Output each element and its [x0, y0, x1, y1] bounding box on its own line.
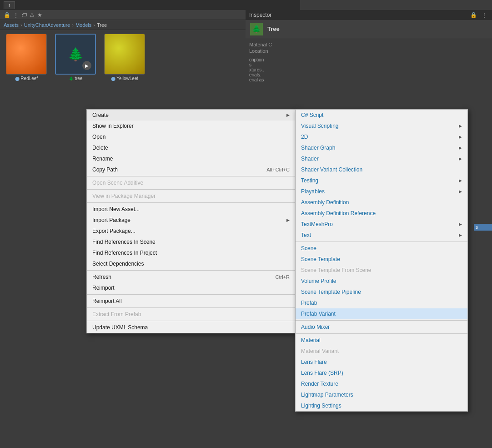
submenu-item-scene-template-from-scene: Scene Template From Scene: [296, 265, 467, 276]
submenu-separator-2: [296, 320, 467, 321]
scene-template-from-scene-label: Scene Template From Scene: [301, 267, 372, 273]
list-item[interactable]: ⬤ RedLeef: [4, 34, 49, 81]
menu-item-refresh[interactable]: Refresh Ctrl+R: [87, 272, 295, 282]
submenu-item-playables[interactable]: Playables: [296, 186, 467, 197]
list-item[interactable]: ⬤ YellowLeef: [102, 34, 147, 81]
csharp-script-label: C# Script: [301, 112, 323, 118]
menu-item-reimport[interactable]: Reimport: [87, 282, 295, 293]
material-icon-yellow: ⬤: [111, 76, 117, 81]
submenu-item-scene[interactable]: Scene: [296, 243, 467, 254]
asset-label-tree: 🌲 tree: [69, 76, 83, 81]
inspector-extra-line5: erial as: [249, 77, 488, 82]
asset-label-yellowleef: ⬤ YellowLeef: [111, 76, 139, 81]
submenu-item-shader-variant-collection[interactable]: Shader Variant Collection: [296, 164, 467, 175]
show-explorer-label: Show in Explorer: [92, 123, 134, 129]
inspector-lock-icon[interactable]: 🔒: [469, 11, 478, 19]
play-icon: ▶: [82, 61, 91, 70]
menu-item-import-new-asset[interactable]: Import New Asset...: [87, 204, 295, 215]
menu-item-rename[interactable]: Rename: [87, 153, 295, 164]
submenu-item-testing[interactable]: Testing: [296, 175, 467, 186]
menu-item-create[interactable]: Create: [87, 110, 295, 121]
submenu-item-render-texture[interactable]: Render Texture: [296, 378, 467, 389]
submenu-item-shader-graph[interactable]: Shader Graph: [296, 142, 467, 153]
submenu-item-shader[interactable]: Shader: [296, 153, 467, 164]
asset-thumbnail-redleef: [6, 34, 47, 75]
submenu-item-material-variant: Material Variant: [296, 346, 467, 357]
playables-label: Playables: [301, 188, 325, 195]
volume-profile-label: Volume Profile: [301, 278, 336, 284]
create-label: Create: [92, 112, 109, 118]
menu-item-import-package[interactable]: Import Package: [87, 215, 295, 226]
tag-icon[interactable]: 🏷: [21, 12, 27, 18]
submenu-item-scene-template-pipeline[interactable]: Scene Template Pipeline: [296, 287, 467, 297]
import-package-label: Import Package: [92, 217, 131, 223]
scene-label: Scene: [301, 245, 316, 252]
menu-item-copy-path[interactable]: Copy Path Alt+Ctrl+C: [87, 164, 295, 175]
submenu-item-csharp-script[interactable]: C# Script: [296, 110, 467, 121]
project-tab[interactable]: t: [4, 1, 15, 9]
menu-item-find-references-project[interactable]: Find References In Project: [87, 247, 295, 258]
submenu-item-lens-flare[interactable]: Lens Flare: [296, 357, 467, 367]
submenu-item-lightmap-parameters[interactable]: Lightmap Parameters: [296, 389, 467, 400]
submenu-item-visual-scripting[interactable]: Visual Scripting: [296, 121, 467, 131]
prefab-variant-label: Prefab Variant: [301, 311, 336, 317]
menu-item-open-scene-additive: Open Scene Additive: [87, 177, 295, 188]
submenu-item-textmeshpro[interactable]: TextMeshPro: [296, 219, 467, 230]
menu-item-delete[interactable]: Delete: [87, 142, 295, 153]
submenu-item-text[interactable]: Text: [296, 230, 467, 241]
open-scene-additive-label: Open Scene Additive: [92, 180, 143, 186]
list-item[interactable]: 🌲 ▶ 🌲 tree: [53, 34, 98, 81]
inspector-extra: cription s xtures.. erials. erial as: [249, 57, 488, 82]
assembly-definition-label: Assembly Definition: [301, 199, 349, 206]
menu-item-export-package[interactable]: Export Package...: [87, 226, 295, 237]
menu-item-find-references-scene[interactable]: Find References In Scene: [87, 237, 295, 247]
menu-item-select-dependencies[interactable]: Select Dependencies: [87, 258, 295, 269]
menu-item-update-uxml[interactable]: Update UXML Schema: [87, 322, 295, 333]
2d-label: 2D: [301, 134, 308, 140]
breadcrumb-current: Tree: [97, 22, 107, 28]
shader-variant-collection-label: Shader Variant Collection: [301, 166, 362, 173]
breadcrumb-assets[interactable]: Assets: [4, 22, 19, 28]
menu-icon[interactable]: ⋮: [13, 12, 19, 18]
star-icon[interactable]: ★: [37, 12, 42, 18]
top-bar: t: [0, 0, 300, 10]
inspector-menu-icon[interactable]: ⋮: [480, 11, 488, 19]
scene-template-pipeline-label: Scene Template Pipeline: [301, 289, 361, 295]
lock-icon[interactable]: 🔒: [4, 12, 10, 18]
testing-label: Testing: [301, 177, 318, 184]
submenu-item-material[interactable]: Material: [296, 335, 467, 346]
field-label-location: Location: [249, 48, 286, 54]
menu-item-reimport-all[interactable]: Reimport All: [87, 296, 295, 307]
create-submenu: C# Script Visual Scripting 2D Shader Gra…: [295, 109, 468, 412]
inspector-object-name: Tree: [267, 25, 280, 32]
submenu-item-prefab-variant[interactable]: Prefab Variant: [296, 308, 467, 319]
alert-icon[interactable]: ⚠: [30, 12, 35, 18]
select-dependencies-label: Select Dependencies: [92, 261, 144, 267]
menu-separator-7: [87, 321, 295, 321]
update-uxml-label: Update UXML Schema: [92, 324, 148, 331]
submenu-item-assembly-definition-reference[interactable]: Assembly Definition Reference: [296, 208, 467, 219]
breadcrumb-unity-chan[interactable]: UnityChanAdventure: [24, 22, 70, 28]
submenu-item-audio-mixer[interactable]: Audio Mixer: [296, 322, 467, 332]
find-references-project-label: Find References In Project: [92, 250, 157, 256]
submenu-item-lighting-settings[interactable]: Lighting Settings: [296, 400, 467, 411]
submenu-item-assembly-definition[interactable]: Assembly Definition: [296, 197, 467, 208]
menu-item-show-explorer[interactable]: Show in Explorer: [87, 121, 295, 131]
menu-item-extract-from-prefab: Extract From Prefab: [87, 309, 295, 320]
submenu-item-lens-flare-srp[interactable]: Lens Flare (SRP): [296, 367, 467, 378]
menu-separator-6: [87, 307, 295, 308]
lens-flare-srp-label: Lens Flare (SRP): [301, 370, 343, 376]
inspector-toolbar: 🔒 ⋮: [469, 11, 488, 19]
submenu-item-prefab[interactable]: Prefab: [296, 297, 467, 308]
export-package-label: Export Package...: [92, 228, 136, 234]
menu-separator-1: [87, 176, 295, 176]
submenu-item-scene-template[interactable]: Scene Template: [296, 254, 467, 265]
submenu-item-volume-profile[interactable]: Volume Profile: [296, 276, 467, 287]
scene-template-label: Scene Template: [301, 256, 340, 262]
submenu-item-2d[interactable]: 2D: [296, 131, 467, 142]
inspector-extra-line3: xtures..: [249, 67, 488, 72]
menu-item-open[interactable]: Open: [87, 131, 295, 142]
breadcrumb-models[interactable]: Models: [75, 22, 91, 28]
inspector-extra-line4: erials.: [249, 72, 488, 77]
copy-path-label: Copy Path: [92, 166, 118, 173]
